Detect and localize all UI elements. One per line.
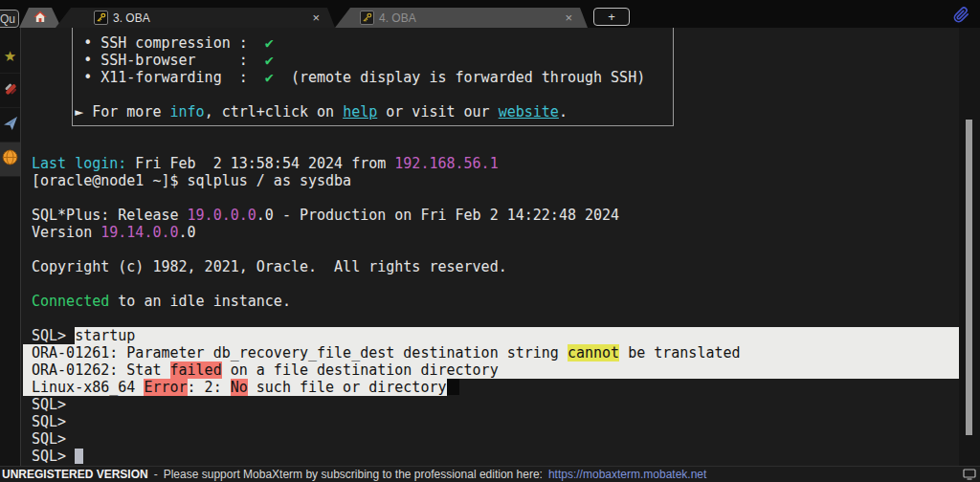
terminal-line: Copyright (c) 1982, 2021, Oracle. All ri… xyxy=(21,258,959,275)
terminal-line: SQL*Plus: Release 19.0.0.0.0 - Productio… xyxy=(21,207,959,224)
monitor-icon xyxy=(963,469,976,480)
terminal-line xyxy=(21,241,959,258)
terminal-line: ORA-01261: Parameter db_recovery_file_de… xyxy=(21,344,959,362)
terminal-line xyxy=(21,138,959,155)
tab-close-icon[interactable]: × xyxy=(565,11,572,25)
terminal-line: Last login: Fri Feb 2 13:58:54 2024 from… xyxy=(21,155,959,172)
scrollbar-track[interactable] xyxy=(959,28,980,466)
terminal-line: • SSH compression : ✔ xyxy=(21,34,959,52)
terminal-line: SQL> xyxy=(21,396,959,413)
tab-label: 4. OBA xyxy=(379,11,416,25)
tab-bar: Qu 3. OBA × 4. OBA × xyxy=(0,0,980,28)
terminal-link[interactable]: help xyxy=(343,103,377,120)
terminal-line xyxy=(21,275,959,293)
paperclip-icon[interactable] xyxy=(953,7,969,27)
tab-label: 3. OBA xyxy=(113,11,150,25)
tab-session-4[interactable]: 4. OBA × xyxy=(335,8,588,28)
terminal[interactable]: • SSH compression : ✔ • SSH-browser : ✔ … xyxy=(21,28,959,466)
ssh-key-icon xyxy=(94,11,108,25)
plus-icon: + xyxy=(608,11,615,23)
sidebar: ★ xyxy=(0,28,21,466)
star-icon: ★ xyxy=(4,49,16,63)
sidebar-item-games[interactable] xyxy=(0,108,20,142)
terminal-line xyxy=(21,86,959,103)
terminal-line: Linux-x86_64 Error: 2: No such file or d… xyxy=(21,379,959,396)
terminal-line xyxy=(21,120,959,138)
home-icon xyxy=(33,11,47,26)
status-link[interactable]: https://mobaxterm.mobatek.net xyxy=(548,468,706,481)
terminal-line: ORA-01262: Stat failed on a file destina… xyxy=(21,362,959,379)
terminal-line: [oracle@node1 ~]$ sqlplus / as sysdba xyxy=(21,172,959,189)
tab-home[interactable] xyxy=(19,8,61,28)
terminal-line: ► For more info, ctrl+click on help or v… xyxy=(21,103,959,120)
sidebar-item-globe[interactable] xyxy=(0,142,20,177)
terminal-line: • SSH-browser : ✔ xyxy=(21,52,959,69)
terminal-line: Connected to an idle instance. xyxy=(21,293,959,310)
terminal-line xyxy=(21,189,959,207)
terminal-line: SQL> startup xyxy=(21,327,959,344)
swiss-knife-icon xyxy=(3,81,18,100)
terminal-line: • X11-forwarding : ✔ (remote display is … xyxy=(21,69,959,86)
status-separator: - xyxy=(154,468,158,481)
tab-close-icon[interactable]: × xyxy=(312,11,320,25)
terminal-line: SQL> xyxy=(21,430,959,448)
terminal-line: Version 19.14.0.0.0 xyxy=(21,224,959,241)
scrollbar-thumb[interactable] xyxy=(966,120,972,435)
sidebar-item-sessions[interactable]: ★ xyxy=(0,39,20,74)
quick-connect-button[interactable]: Qu xyxy=(0,10,19,28)
status-message: Please support MobaXterm by subscribing … xyxy=(164,468,543,481)
terminal-line: SQL> xyxy=(21,413,959,430)
terminal-link[interactable]: website xyxy=(499,103,559,120)
ssh-key-icon xyxy=(360,11,374,25)
globe-icon xyxy=(2,149,18,169)
status-bar: UNREGISTERED VERSION - Please support Mo… xyxy=(0,466,980,482)
sidebar-item-tools[interactable] xyxy=(0,74,20,108)
terminal-cursor xyxy=(75,449,83,464)
registration-status: UNREGISTERED VERSION xyxy=(2,468,148,481)
new-tab-button[interactable]: + xyxy=(593,8,630,26)
terminal-line xyxy=(21,310,959,327)
tab-session-3[interactable]: 3. OBA × xyxy=(56,8,335,28)
terminal-line: SQL> xyxy=(21,448,959,465)
paper-plane-icon xyxy=(3,116,18,135)
quick-connect-label: Qu xyxy=(0,12,15,26)
